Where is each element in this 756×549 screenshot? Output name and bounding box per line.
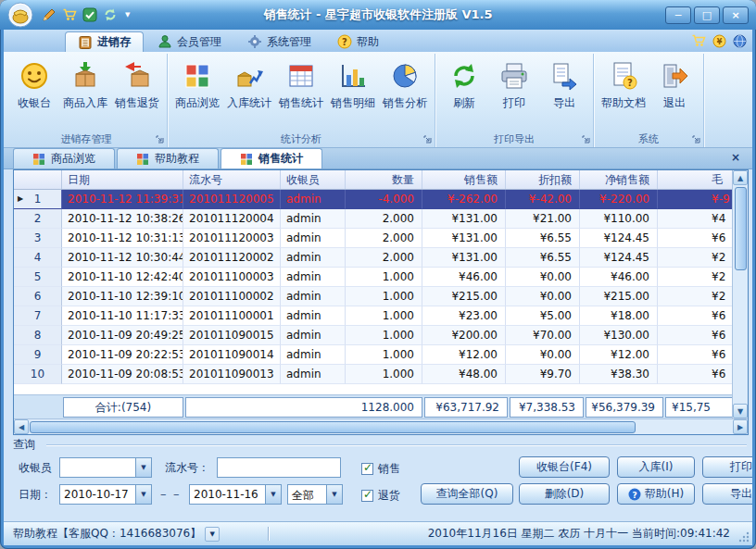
- status-dropdown-icon[interactable]: ▼: [205, 527, 220, 542]
- ribbon-tab-ledger[interactable]: 进销存: [65, 31, 144, 52]
- ribbon-button-salesstats[interactable]: 销售统计: [276, 56, 326, 114]
- column-header-net[interactable]: 净销售额: [580, 170, 658, 189]
- dialog-launcher-icon[interactable]: [423, 135, 432, 143]
- vertical-scrollbar[interactable]: ▲ ▼: [732, 170, 748, 418]
- dialog-launcher-icon[interactable]: [582, 135, 590, 143]
- doc-tab-2[interactable]: 帮助教程: [117, 148, 219, 168]
- ribbon-tab-help[interactable]: ?帮助: [325, 31, 391, 52]
- column-header-gross[interactable]: 毛: [658, 170, 732, 189]
- refresh-icon[interactable]: [102, 6, 119, 23]
- delete-button[interactable]: 删除(D): [519, 483, 610, 505]
- ribbon-button-returns[interactable]: 销售退货: [112, 56, 162, 114]
- query-all-button[interactable]: 查询全部(Q): [421, 483, 513, 505]
- cell-net: ¥12.00: [580, 345, 658, 365]
- column-header-date[interactable]: 日期: [62, 170, 183, 189]
- table-row[interactable]: 32010-11-12 10:31:13201011120003admin2.0…: [14, 229, 732, 248]
- column-header-cashier[interactable]: 收银员: [281, 170, 346, 189]
- scroll-right-icon[interactable]: ▶: [733, 419, 748, 434]
- column-header-sales[interactable]: 销售额: [422, 170, 506, 189]
- table-row[interactable]: 42010-11-12 10:30:44201011120002admin2.0…: [14, 248, 732, 268]
- ribbon-button-salesdetail[interactable]: 销售明细: [328, 56, 378, 114]
- save-check-icon[interactable]: [82, 6, 98, 23]
- horizontal-scrollbar[interactable]: ◀ ▶: [14, 418, 748, 434]
- close-tab-button[interactable]: ×: [728, 151, 743, 164]
- globe-icon[interactable]: [733, 34, 747, 48]
- stockin-button[interactable]: 入库(I): [617, 456, 695, 478]
- cell-discount: ¥21.00: [506, 209, 580, 229]
- print-button[interactable]: 打印: [702, 456, 752, 478]
- print-icon: [499, 61, 529, 91]
- sales-checkbox[interactable]: ✓ 销售: [361, 460, 400, 477]
- table-row[interactable]: 92010-11-09 20:22:53201011090014admin1.0…: [14, 345, 732, 365]
- doc-tabs: 商品浏览帮助教程销售统计: [13, 148, 324, 168]
- dialog-launcher-icon[interactable]: [156, 135, 164, 143]
- scroll-down-icon[interactable]: ▼: [733, 404, 748, 418]
- ribbon-button-refresh[interactable]: 刷新: [440, 56, 488, 114]
- chevron-down-icon[interactable]: ▼: [135, 485, 151, 504]
- maximize-button[interactable]: □: [694, 6, 720, 24]
- table-row[interactable]: 102010-11-09 20:08:53201011090013admin1.…: [14, 365, 732, 384]
- ribbon-button-cashier[interactable]: 收银台: [10, 56, 58, 114]
- cart-icon[interactable]: [691, 33, 706, 48]
- doc-tab-1[interactable]: 商品浏览: [13, 148, 115, 168]
- export-button[interactable]: 导出: [702, 483, 752, 505]
- table-row[interactable]: 72010-11-10 11:17:33201011100001admin1.0…: [14, 306, 732, 326]
- date-from-select[interactable]: 2010-10-17 ▼: [59, 484, 152, 505]
- grid-main: 日期流水号收银员数量销售额折扣额净销售额毛 ▶12010-11-12 11:39…: [14, 170, 748, 418]
- browse-icon: [183, 61, 212, 91]
- ribbon-button-stockstats[interactable]: 入库统计: [224, 56, 274, 114]
- cell-discount: ¥0.00: [506, 268, 580, 287]
- table-row[interactable]: 52010-11-10 12:42:40201011100003admin1.0…: [14, 268, 732, 287]
- ribbon-button-browse[interactable]: 商品浏览: [172, 56, 222, 114]
- app-logo-icon[interactable]: [7, 2, 33, 28]
- close-button[interactable]: ×: [723, 6, 749, 24]
- ribbon-button-exit[interactable]: 退出: [650, 56, 699, 114]
- type-filter-select[interactable]: 全部 ▼: [287, 484, 343, 505]
- scroll-up-icon[interactable]: ▲: [733, 170, 748, 185]
- minimize-button[interactable]: ─: [665, 6, 691, 24]
- resize-grip[interactable]: [738, 531, 750, 543]
- cart-icon[interactable]: [61, 6, 78, 23]
- coin-icon[interactable]: ¥: [712, 34, 726, 48]
- doc-tab-3[interactable]: 销售统计: [220, 148, 322, 168]
- return-checkbox[interactable]: ✓ 退货: [361, 487, 400, 504]
- table-row[interactable]: 62010-11-10 12:39:10201011100002admin1.0…: [14, 287, 732, 306]
- scroll-left-icon[interactable]: ◀: [14, 419, 29, 434]
- export-icon: [549, 61, 579, 91]
- ribbon-button-helpdoc[interactable]: ?帮助文档: [598, 56, 649, 114]
- ribbon-button-export[interactable]: 导出: [540, 56, 588, 114]
- cashier-f4-button[interactable]: 收银台(F4): [519, 456, 610, 478]
- ribbon-button-salesanalysis[interactable]: 销售分析: [380, 56, 430, 114]
- date-to-select[interactable]: 2010-11-16 ▼: [189, 484, 282, 505]
- table-row[interactable]: 82010-11-09 20:49:25201011090015admin1.0…: [14, 326, 732, 345]
- ribbon-button-stockin[interactable]: 商品入库: [60, 56, 110, 114]
- cell-cashier: admin: [281, 345, 346, 365]
- vertical-scroll-track[interactable]: [733, 185, 748, 404]
- horizontal-scroll-track[interactable]: [29, 419, 733, 434]
- table-row[interactable]: ▶12010-11-12 11:39:31201011120005admin-4…: [14, 190, 732, 209]
- cashier-select[interactable]: ▼: [59, 457, 152, 478]
- cashier-select-value: [60, 458, 135, 477]
- column-header-discount[interactable]: 折扣额: [506, 170, 580, 189]
- skin-brush-icon[interactable]: [41, 6, 57, 23]
- chevron-down-icon[interactable]: ▼: [135, 458, 151, 477]
- cell-discount: ¥5.00: [506, 306, 580, 326]
- dialog-launcher-icon[interactable]: [692, 135, 700, 143]
- ribbon-tab-member[interactable]: 会员管理: [145, 31, 233, 52]
- toolbar-options-icon[interactable]: ▼: [125, 11, 130, 19]
- column-header-qty[interactable]: 数量: [346, 170, 422, 189]
- vertical-scroll-thumb[interactable]: [735, 187, 747, 270]
- ribbon-tab-system[interactable]: 系统管理: [235, 31, 323, 52]
- cell-discount: ¥70.00: [506, 326, 580, 345]
- help-button[interactable]: ? 帮助(H): [617, 483, 695, 505]
- table-row[interactable]: 22010-11-12 10:38:26201011120004admin2.0…: [14, 209, 732, 229]
- horizontal-scroll-thumb[interactable]: [30, 421, 636, 433]
- svg-text:?: ?: [342, 37, 347, 47]
- chevron-down-icon[interactable]: ▼: [265, 485, 281, 504]
- summary-sales: ¥63,717.92: [424, 397, 508, 418]
- column-header-serial[interactable]: 流水号: [183, 170, 281, 189]
- ribbon-button-print[interactable]: 打印: [490, 56, 538, 114]
- cell-sales: ¥23.00: [422, 306, 506, 326]
- chevron-down-icon[interactable]: ▼: [326, 485, 342, 504]
- serial-input[interactable]: [217, 457, 341, 478]
